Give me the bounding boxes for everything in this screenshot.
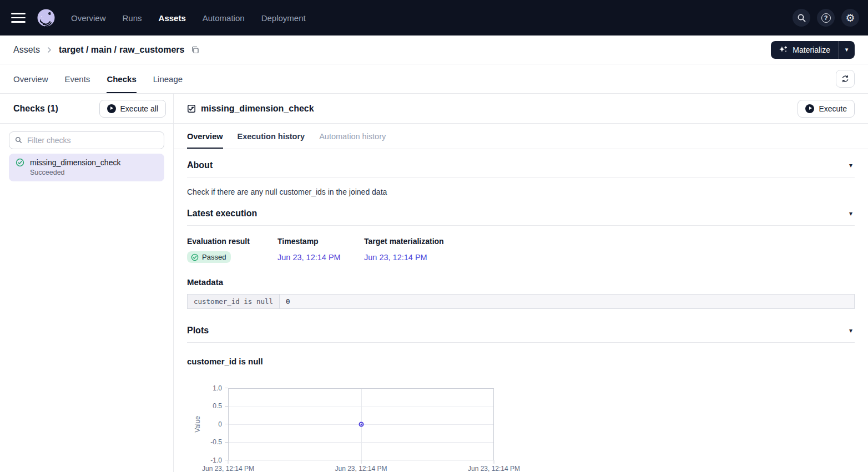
tab-events[interactable]: Events [65,64,90,93]
nav-item-automation[interactable]: Automation [203,13,245,23]
breadcrumb-assets-link[interactable]: Assets [13,45,40,55]
checks-panel-title: Checks (1) [13,104,58,114]
materialize-dropdown-caret[interactable]: ▾ [838,41,855,59]
metadata-key: customer_id is null [188,294,280,308]
materialize-split-button: Materialize ▾ [771,41,855,59]
nav-item-assets[interactable]: Assets [159,13,186,23]
divider [187,225,855,226]
copy-icon[interactable] [190,44,200,55]
plot-title: customer_id is null [187,357,855,366]
y-axis-ticks: 1.00.50-0.5-1.0 [201,388,228,460]
breadcrumb-row: Assets target / main / raw_customers Mat… [0,35,868,64]
plot-column: Jun 23, 12:14 PMJun 23, 12:14 PMJun 23, … [228,388,494,472]
timestamp-link[interactable]: Jun 23, 12:14 PM [277,253,341,262]
page-title: missing_dimension_check [201,104,314,114]
asset-tabs: Overview Events Checks Lineage [13,64,183,93]
target-materialization-link[interactable]: Jun 23, 12:14 PM [364,253,427,262]
sparkles-icon [779,45,788,54]
nav-item-runs[interactable]: Runs [123,13,142,23]
col-evaluation-result: Evaluation result [187,237,277,246]
collapse-caret-icon[interactable]: ▾ [847,160,855,170]
search-icon [15,136,22,144]
check-detail-panel: missing_dimension_check Execute Overview… [174,94,868,472]
tab-overview[interactable]: Overview [13,64,48,93]
execute-button[interactable]: Execute [798,100,855,118]
table-row: customer_id is null 0 [188,294,855,308]
about-section-header: About ▾ [187,149,855,177]
latest-execution-heading: Latest execution [187,209,257,219]
y-tick: 0 [218,420,228,428]
hamburger-menu-icon[interactable] [11,13,26,23]
gear-icon[interactable]: ⚙ [841,9,859,27]
execute-all-button[interactable]: Execute all [99,100,166,118]
metadata-value: 0 [280,294,855,308]
nav-actions: ? ⚙ [793,9,859,27]
y-tick: 0.5 [213,402,228,410]
y-tick: 1.0 [213,384,228,392]
metadata-table: customer_id is null 0 [187,294,855,309]
tab-lineage[interactable]: Lineage [153,64,183,93]
collapse-caret-icon[interactable]: ▾ [847,326,855,336]
x-tick-mark [228,460,229,464]
tab-automation-history[interactable]: Automation history [319,124,386,149]
y-axis-title: Value [194,388,201,460]
content-area: Checks (1) Execute all missing_dimension… [0,94,868,472]
passed-check-icon [191,253,199,261]
check-detail-body: About ▾ Check if there are any null cust… [174,149,868,472]
plots-section-header: Plots ▾ [187,309,855,342]
breadcrumb: Assets target / main / raw_customers [13,44,200,55]
y-tick: -1.0 [210,456,228,464]
help-icon[interactable]: ? [817,9,835,27]
x-tick-label: Jun 23, 12:14 PM [202,465,254,472]
check-item-status: Succeeded [30,169,158,176]
checks-sidebar: Checks (1) Execute all missing_dimension… [0,94,174,472]
check-item-name: missing_dimension_check [30,158,120,167]
filter-checks-input[interactable] [9,131,164,149]
breadcrumb-asset-name[interactable]: raw_customers [119,45,184,55]
dagster-logo[interactable] [36,7,57,28]
search-icon[interactable] [793,9,810,27]
latest-execution-section-header: Latest execution ▾ [187,196,855,225]
chevron-right-icon [46,46,53,54]
check-value-chart: Value 1.00.50-0.5-1.0 Jun 23, 12:14 PMJu… [194,388,855,472]
tab-checks[interactable]: Checks [107,64,136,93]
checks-list: missing_dimension_check Succeeded [0,149,173,186]
about-description: Check if there are any null customer_ids… [187,187,855,196]
refresh-icon[interactable] [836,70,855,88]
materialize-button[interactable]: Materialize [771,41,838,59]
check-succeeded-icon [16,158,24,167]
y-tick: -0.5 [210,438,228,446]
x-tick-mark [494,460,494,464]
divider [187,342,855,343]
check-detail-tabs: Overview Execution history Automation hi… [174,124,868,149]
divider [187,177,855,177]
x-axis-labels: Jun 23, 12:14 PMJun 23, 12:14 PMJun 23, … [228,465,494,472]
nav-item-overview[interactable]: Overview [71,13,106,23]
x-tick-label: Jun 23, 12:14 PM [335,465,387,472]
x-tick-label: Jun 23, 12:14 PM [468,465,520,472]
status-badge: Passed [187,251,231,263]
execution-values-row: Passed Jun 23, 12:14 PM Jun 23, 12:14 PM [187,251,855,263]
tab-check-overview[interactable]: Overview [187,124,223,149]
play-icon [107,104,116,113]
nav-item-deployment[interactable]: Deployment [261,13,306,23]
asset-tabs-row: Overview Events Checks Lineage [0,64,868,94]
play-icon [805,104,814,113]
list-item-check[interactable]: missing_dimension_check Succeeded [9,154,164,181]
filter-checks-wrap [0,124,173,149]
checks-panel-header: Checks (1) Execute all [0,94,173,124]
col-timestamp: Timestamp [277,237,364,246]
about-heading: About [187,160,213,170]
check-detail-header: missing_dimension_check Execute [174,94,868,124]
top-navigation-bar: Overview Runs Assets Automation Deployme… [0,0,868,35]
tab-execution-history[interactable]: Execution history [238,124,305,149]
plots-heading: Plots [187,326,209,336]
collapse-caret-icon[interactable]: ▾ [847,209,855,219]
col-target-materialization: Target materialization [364,237,855,246]
plot-area [228,388,494,460]
execution-columns-header: Evaluation result Timestamp Target mater… [187,237,855,246]
x-tick-mark [361,460,361,464]
breadcrumb-asset-path[interactable]: target / main / [59,45,117,55]
x-axis-tick-marks [228,460,494,464]
data-point [359,422,364,427]
